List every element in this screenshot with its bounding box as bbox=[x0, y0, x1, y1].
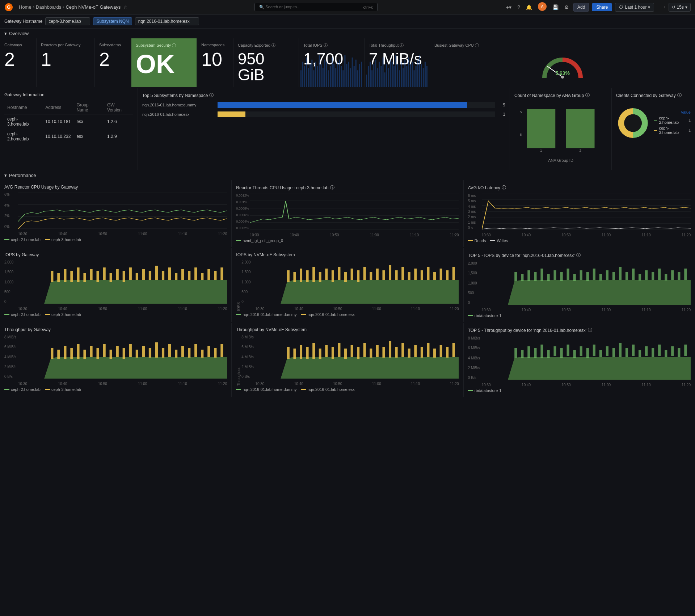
svg-rect-62 bbox=[410, 64, 411, 87]
subsystem-nqn-tag: Subsystem NQN bbox=[93, 17, 132, 25]
bell-btn[interactable]: 🔔 bbox=[525, 3, 534, 12]
panels-row: Gateway Information Hostname Address Gro… bbox=[0, 88, 695, 170]
svg-rect-55 bbox=[397, 64, 398, 87]
svg-rect-224 bbox=[344, 349, 347, 359]
subsystem-security-card: Subsystem Security ⓘ OK bbox=[131, 38, 197, 87]
avatar-btn[interactable]: A bbox=[536, 1, 548, 13]
svg-rect-150 bbox=[408, 272, 410, 280]
svg-rect-25 bbox=[339, 59, 340, 87]
top5-tput-x-labels: 10:3010:4010:5011:0011:1011:20 bbox=[482, 383, 691, 387]
svg-rect-19 bbox=[328, 70, 329, 87]
svg-text:5: 5 bbox=[520, 110, 522, 114]
overview-collapse-icon: ▾ bbox=[4, 31, 7, 36]
performance-section-header[interactable]: ▾ Performance bbox=[0, 170, 695, 180]
share-btn[interactable]: Share bbox=[592, 3, 612, 11]
throughput-subsystem-panel: Throughput by NVMe-oF Subsystem Throughp… bbox=[232, 323, 463, 397]
svg-rect-269 bbox=[684, 345, 687, 356]
svg-rect-241 bbox=[452, 343, 455, 357]
svg-rect-163 bbox=[540, 269, 543, 281]
top-bar-right: +▾ ? 🔔 A 💾 ⚙ Add Share ⏱ Last 1 hour ▾ −… bbox=[505, 1, 691, 13]
svg-rect-49 bbox=[386, 64, 387, 87]
avg-reactor-cpu-panel: AVG Reactor CPU Usage by Gateway 6%4%2%0… bbox=[0, 180, 231, 247]
svg-rect-234 bbox=[408, 349, 410, 358]
svg-rect-252 bbox=[573, 350, 576, 358]
star-icon[interactable]: ☆ bbox=[123, 5, 127, 10]
gateway-hostname-select[interactable]: ceph-3.home.lab bbox=[45, 17, 90, 25]
top5-iops-device-panel: TOP 5 - IOPS by device for 'nqn.2016-01.… bbox=[464, 248, 695, 322]
top5-tput-device-panel: TOP 5 - Throughput by device for 'nqn.20… bbox=[464, 323, 695, 397]
svg-rect-255 bbox=[593, 345, 595, 356]
plus-menu-btn[interactable]: +▾ bbox=[505, 3, 513, 12]
overview-section-header[interactable]: ▾ Overview bbox=[0, 29, 695, 38]
svg-rect-5 bbox=[302, 62, 303, 87]
svg-rect-213 bbox=[220, 344, 223, 357]
svg-rect-41 bbox=[371, 70, 372, 87]
throughput-gateway-x-labels: 10:3010:4010:5011:0011:1011:20 bbox=[18, 382, 227, 386]
donut-legend: Value ceph-2.home.lab 1 ceph-3.home.lab … bbox=[654, 110, 691, 136]
svg-rect-172 bbox=[599, 274, 602, 280]
svg-rect-208 bbox=[188, 348, 190, 358]
top5-tput-legend: rbd/datastore-1 bbox=[468, 388, 691, 393]
subsystem-bars: nqn.2016-01.lab.home:dummy 9 nqn.2016-01… bbox=[142, 102, 505, 117]
svg-rect-243 bbox=[514, 348, 517, 358]
top5-info-icon: ⓘ bbox=[209, 92, 214, 98]
breadcrumb-home[interactable]: Home bbox=[19, 4, 31, 10]
svg-rect-26 bbox=[341, 66, 342, 87]
add-btn[interactable]: Add bbox=[573, 3, 589, 12]
iops-subsystem-chart: 2,0001,5001,0005000 bbox=[241, 260, 459, 311]
top5-iops-info-icon: ⓘ bbox=[576, 252, 581, 258]
capacity-info-icon: ⓘ bbox=[271, 43, 275, 47]
svg-rect-110 bbox=[96, 271, 99, 282]
svg-rect-161 bbox=[527, 270, 530, 281]
breadcrumb-dashboards[interactable]: Dashboards bbox=[36, 4, 61, 10]
svg-rect-170 bbox=[586, 272, 589, 281]
svg-point-84 bbox=[624, 114, 641, 132]
top-bar-left: G Home › Dashboards › Ceph NVMe-oF Gatew… bbox=[4, 3, 127, 12]
reactor-threads-cpu-panel: Reactor Threads CPU Usage : ceph-3.home.… bbox=[232, 180, 463, 247]
svg-rect-138 bbox=[332, 270, 334, 282]
svg-rect-109 bbox=[90, 269, 92, 280]
col-hostname: Hostname bbox=[4, 101, 42, 114]
svg-rect-177 bbox=[632, 269, 635, 280]
iops-y-label: IOPS bbox=[236, 260, 241, 311]
svg-rect-117 bbox=[142, 269, 145, 280]
save-btn[interactable]: 💾 bbox=[551, 3, 560, 12]
svg-rect-18 bbox=[326, 62, 327, 87]
svg-rect-198 bbox=[123, 348, 125, 359]
top5-tput-y-labels: 8 MiB/s6 MiB/s4 MiB/s2 MiB/s0 B/s bbox=[468, 336, 481, 380]
svg-rect-69 bbox=[423, 68, 424, 87]
subsystem-nqn-select[interactable]: nqn.2016-01.lab.home:esx bbox=[135, 17, 199, 25]
avg-io-latency-x-labels: 10:3010:4010:5011:0011:1011:20 bbox=[482, 233, 691, 237]
refresh-btn[interactable]: ↺ 15s ▾ bbox=[669, 3, 691, 12]
subsystem-bar-item: nqn.2016-01.lab.home:esx 1 bbox=[142, 111, 505, 117]
svg-rect-226 bbox=[357, 347, 359, 359]
throughput-y-label: Throughput bbox=[236, 335, 241, 386]
svg-rect-16 bbox=[323, 68, 324, 87]
search-input[interactable]: 🔍 Search or jump to.. ctrl+k bbox=[254, 3, 378, 11]
subsystem-bar-track bbox=[218, 102, 495, 108]
svg-rect-12 bbox=[315, 62, 316, 87]
top5-iops-y-labels: 2,0001,5001,0005000 bbox=[468, 261, 481, 305]
avg-io-latency-legend: Reads Writes bbox=[468, 239, 691, 243]
avg-reactor-cpu-chart: 6%4%2%0% 10:3010:4010:5011:0011:1011:20 bbox=[4, 193, 227, 236]
svg-text:5: 5 bbox=[520, 132, 522, 136]
zoom-out-btn[interactable]: − bbox=[657, 4, 660, 10]
settings-btn[interactable]: ⚙ bbox=[563, 3, 570, 12]
svg-rect-50 bbox=[388, 68, 389, 87]
help-btn[interactable]: ? bbox=[516, 3, 522, 12]
svg-rect-71 bbox=[426, 66, 427, 87]
svg-rect-33 bbox=[354, 66, 355, 87]
svg-marker-242 bbox=[482, 357, 691, 380]
reactor-info-icon: ⓘ bbox=[330, 185, 334, 191]
time-range-btn[interactable]: ⏱ Last 1 hour ▾ bbox=[615, 3, 654, 12]
cpu-info-icon: ⓘ bbox=[475, 43, 479, 47]
svg-rect-268 bbox=[678, 348, 680, 357]
subsystem-security-value: OK bbox=[136, 51, 192, 77]
svg-rect-135 bbox=[312, 267, 315, 282]
svg-rect-148 bbox=[395, 270, 398, 280]
security-info-icon: ⓘ bbox=[172, 43, 176, 47]
svg-rect-152 bbox=[421, 270, 423, 280]
zoom-in-btn[interactable]: + bbox=[663, 4, 666, 10]
table-row: ceph-3.home.lab10.10.10.181esx1.2.6 bbox=[4, 114, 133, 129]
svg-text:2: 2 bbox=[579, 148, 581, 152]
